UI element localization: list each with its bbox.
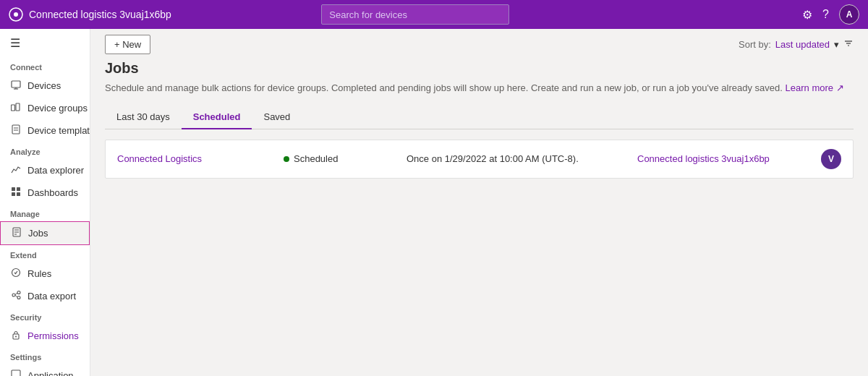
sidebar: ☰ Connect Devices Device groups Device t… [0,29,90,376]
sort-area: Sort by: Last updated ▾ [739,38,854,51]
sidebar-item-data-export[interactable]: Data export [0,285,90,307]
content-toolbar: + New Sort by: Last updated ▾ [90,29,868,60]
sidebar-item-application-label: Application [27,370,74,376]
topbar-icons: ⚙ ? A [802,4,859,25]
sidebar-item-data-explorer[interactable]: Data explorer [0,159,90,181]
jobs-table: Connected Logistics Scheduled Once on 1/… [105,140,854,179]
sidebar-item-devices[interactable]: Devices [0,74,90,97]
svg-rect-26 [12,370,20,376]
svg-point-20 [17,291,20,294]
app-name: Connected logistics 3vuaj1x6bp [29,9,171,20]
sidebar-item-device-groups-label: Device groups [27,103,88,114]
sidebar-item-dashboards-label: Dashboards [27,187,78,198]
page-description: Schedule and manage bulk actions for dev… [105,81,854,95]
svg-rect-7 [12,125,20,134]
filter-icon[interactable] [843,38,854,51]
section-connect: Connect [0,57,90,74]
sidebar-item-device-templates-label: Device templates [27,125,90,136]
sidebar-item-application[interactable]: Application [0,364,90,376]
main-layout: ☰ Connect Devices Device groups Device t… [0,29,868,376]
devices-icon [10,80,22,92]
status-label: Scheduled [294,153,338,164]
sidebar-item-rules-label: Rules [27,268,51,279]
svg-point-21 [17,296,20,299]
sidebar-item-dashboards[interactable]: Dashboards [0,181,90,204]
sidebar-item-jobs[interactable]: Jobs [0,221,90,245]
search-input[interactable] [321,4,509,25]
svg-line-22 [15,293,17,294]
sidebar-item-jobs-label: Jobs [28,228,48,239]
main-content: + New Sort by: Last updated ▾ Jobs Sched… [90,29,868,376]
table-row: Connected Logistics Scheduled Once on 1/… [106,140,853,178]
page-title: Jobs [105,60,854,77]
tab-scheduled[interactable]: Scheduled [182,106,252,129]
svg-rect-5 [12,105,15,111]
tab-last30[interactable]: Last 30 days [105,106,182,129]
device-groups-icon [10,102,22,114]
tabs: Last 30 days Scheduled Saved [105,106,854,129]
svg-point-1 [14,12,18,17]
learn-more-link[interactable]: Learn more ↗ [786,82,844,93]
sidebar-item-device-groups[interactable]: Device groups [0,97,90,119]
svg-line-23 [15,296,17,297]
job-name[interactable]: Connected Logistics [117,153,276,164]
section-manage: Manage [0,204,90,221]
data-export-icon [10,290,22,302]
status-dot [284,156,289,162]
svg-rect-13 [17,192,20,196]
section-analyze: Analyze [0,142,90,159]
permissions-icon [10,330,22,342]
job-app[interactable]: Connected logistics 3vuaj1x6bp [637,153,811,164]
sort-arrow-icon[interactable]: ▾ [834,39,839,50]
content-body: Jobs Schedule and manage bulk actions fo… [90,60,868,376]
sidebar-item-devices-label: Devices [27,80,61,91]
sidebar-item-data-explorer-label: Data explorer [27,165,84,176]
job-status: Scheduled [284,153,399,164]
app-logo-area: Connected logistics 3vuaj1x6bp [9,7,171,22]
row-avatar: V [821,149,841,169]
svg-rect-11 [17,187,20,191]
sidebar-item-data-export-label: Data export [27,291,76,302]
dashboards-icon [10,187,22,199]
device-templates-icon [10,124,22,137]
svg-point-19 [12,294,15,296]
help-icon[interactable]: ? [822,8,829,21]
svg-rect-10 [12,187,15,191]
sort-label: Sort by: [739,39,771,50]
svg-point-25 [15,336,17,338]
sidebar-item-permissions-label: Permissions [27,330,79,341]
sort-value[interactable]: Last updated [775,39,830,50]
section-settings: Settings [0,347,90,364]
search-area [321,4,509,25]
sidebar-item-rules[interactable]: Rules [0,262,90,285]
tab-saved[interactable]: Saved [252,106,302,129]
job-avatar-area: V [818,149,841,169]
sidebar-item-device-templates[interactable]: Device templates [0,119,90,142]
new-button[interactable]: + New [105,35,150,54]
rules-icon [10,268,22,280]
application-icon [10,369,22,376]
svg-rect-6 [16,103,20,111]
section-security: Security [0,307,90,325]
app-logo-icon [9,7,23,22]
jobs-icon [11,227,22,239]
data-explorer-icon [10,164,22,176]
svg-rect-2 [12,81,20,87]
settings-icon[interactable]: ⚙ [802,8,812,22]
job-schedule: Once on 1/29/2022 at 10:00 AM (UTC-8). [407,153,630,164]
page-description-text: Schedule and manage bulk actions for dev… [105,82,783,93]
avatar[interactable]: A [839,4,859,25]
sidebar-item-permissions[interactable]: Permissions [0,325,90,347]
svg-rect-12 [12,192,15,196]
topbar: Connected logistics 3vuaj1x6bp ⚙ ? A [0,0,868,29]
hamburger-button[interactable]: ☰ [0,29,90,57]
section-extend: Extend [0,245,90,262]
